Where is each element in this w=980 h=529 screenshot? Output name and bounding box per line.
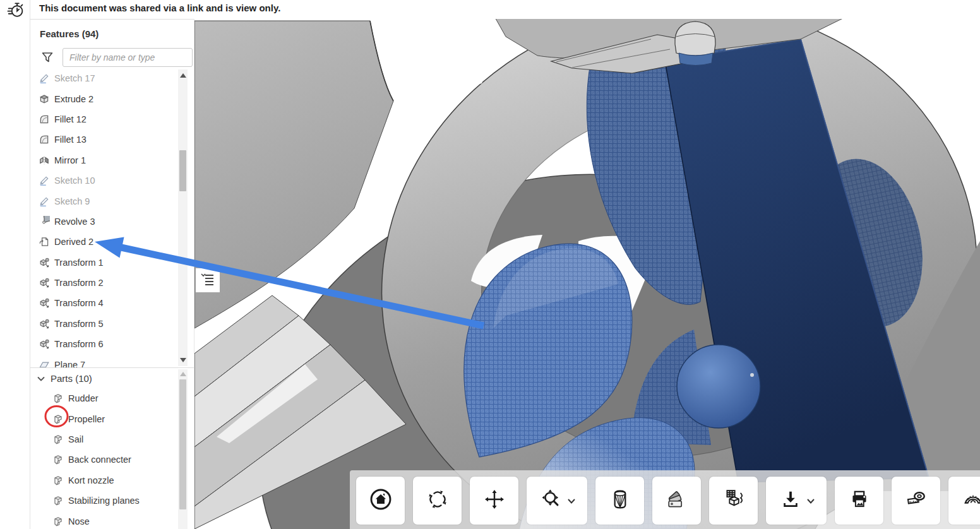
chevron-down-icon[interactable] <box>568 495 575 506</box>
parts-section-header[interactable]: Parts (10) <box>30 369 194 388</box>
named-views-icon <box>721 487 746 514</box>
feature-item-sketch-17[interactable]: Sketch 17 <box>30 68 194 88</box>
derived-icon <box>39 236 50 247</box>
appearance-icon <box>664 487 690 514</box>
3d-viewport[interactable] <box>194 16 980 529</box>
features-scrollbar[interactable] <box>178 69 188 366</box>
feature-item-transform-2[interactable]: Transform 2 <box>30 273 194 293</box>
protractor-icon <box>960 487 980 514</box>
toolbar-snapshot-button[interactable] <box>835 477 883 525</box>
scroll-down-icon[interactable] <box>180 358 186 362</box>
part-item-rudder[interactable]: Rudder <box>30 388 194 408</box>
transform-icon <box>39 338 50 350</box>
feature-item-transform-6[interactable]: Transform 6 <box>30 334 194 354</box>
rotate-icon <box>425 487 450 514</box>
feature-item-revolve-3[interactable]: Revolve 3 <box>30 211 194 232</box>
chevron-down-icon <box>37 374 45 383</box>
pan-icon <box>482 487 507 514</box>
feature-item-transform-5[interactable]: Transform 5 <box>30 314 194 334</box>
scroll-up-icon[interactable] <box>180 73 186 78</box>
transform-icon <box>39 277 50 288</box>
feature-item-plane-7[interactable]: Plane 7 <box>30 354 194 367</box>
fin-pod <box>675 21 715 56</box>
toolbar-tape-measure-button[interactable] <box>892 477 940 525</box>
snapshot-icon <box>847 487 872 514</box>
history-stopwatch-icon[interactable] <box>6 1 25 18</box>
part-item-nose[interactable]: Nose <box>30 511 194 529</box>
part-icon <box>52 475 64 486</box>
extrude-icon <box>39 93 50 105</box>
part-icon <box>52 434 64 445</box>
feature-item-fillet-13[interactable]: Fillet 13 <box>30 129 194 150</box>
part-item-back-connecter[interactable]: Back connecter <box>30 449 194 470</box>
feature-list-toggle-button[interactable] <box>196 268 220 292</box>
part-icon <box>52 516 64 527</box>
toolbar-rotate-button[interactable] <box>413 477 462 525</box>
fillet-icon <box>39 134 50 145</box>
feature-item-derived-2[interactable]: Derived 2 <box>30 232 194 252</box>
part-item-kort-nozzle[interactable]: Kort nozzle <box>30 470 194 490</box>
feature-item-sketch-9[interactable]: Sketch 9 <box>30 191 194 211</box>
parts-header-label: Parts (10) <box>51 373 92 384</box>
toolbar-named-views-button[interactable] <box>709 477 758 525</box>
propeller-hub <box>677 345 760 428</box>
features-scrollbar-thumb[interactable] <box>179 150 186 191</box>
tape-measure-icon <box>904 487 929 514</box>
zoom-icon <box>539 487 564 514</box>
part-icon <box>52 413 64 425</box>
part-icon <box>52 454 64 465</box>
list-icon <box>200 271 215 289</box>
mirror-icon <box>39 155 50 166</box>
feature-item-fillet-12[interactable]: Fillet 12 <box>30 109 194 129</box>
parts-list: RudderPropellerSailBack connecterKort no… <box>30 388 194 529</box>
parts-scrollbar-thumb[interactable] <box>179 379 186 509</box>
feature-item-mirror-1[interactable]: Mirror 1 <box>30 150 194 170</box>
feature-item-extrude-2[interactable]: Extrude 2 <box>30 88 194 109</box>
shaded-view-icon <box>607 487 633 514</box>
part-item-sail[interactable]: Sail <box>30 429 194 449</box>
chevron-down-icon[interactable] <box>807 495 815 506</box>
feature-item-sketch-10[interactable]: Sketch 10 <box>30 170 194 191</box>
revolve-icon <box>39 216 50 227</box>
parts-scrollbar[interactable] <box>178 369 188 529</box>
home-icon <box>368 487 393 514</box>
left-gutter-divider <box>30 0 30 529</box>
features-panel-title: Features (94) <box>40 28 99 39</box>
sketch-icon <box>39 175 50 186</box>
toolbar-protractor-button[interactable] <box>948 477 980 525</box>
feature-list: Sketch 17Extrude 2Fillet 12Fillet 13Mirr… <box>30 68 194 367</box>
transform-icon <box>39 297 50 309</box>
toolbar-pan-button[interactable] <box>470 477 518 525</box>
filter-input[interactable] <box>63 48 193 67</box>
plane-icon <box>39 359 50 367</box>
sketch-icon <box>39 73 50 84</box>
view-toolbar <box>350 470 980 529</box>
scroll-up-icon[interactable] <box>180 372 186 376</box>
part-item-propeller[interactable]: Propeller <box>30 408 194 429</box>
part-icon <box>52 393 64 404</box>
part-icon <box>52 495 64 506</box>
sketch-icon <box>39 196 50 207</box>
fillet-icon <box>39 114 50 125</box>
transform-icon <box>39 318 50 330</box>
view-only-banner: This document was shared via a link and … <box>0 0 980 19</box>
toolbar-zoom-button[interactable] <box>527 477 587 525</box>
filter-row <box>30 48 194 68</box>
feature-item-transform-1[interactable]: Transform 1 <box>30 253 194 273</box>
toolbar-appearance-button[interactable] <box>652 477 701 525</box>
toolbar-download-button[interactable] <box>766 477 827 525</box>
features-panel: Features (94) Sketch 17Extrude 2Fillet 1… <box>30 19 194 529</box>
toolbar-home-button[interactable] <box>356 477 405 525</box>
model-scene <box>194 16 980 529</box>
toolbar-shaded-view-button[interactable] <box>595 477 644 525</box>
part-item-stabilizing-planes[interactable]: Stabilizing planes <box>30 490 194 511</box>
banner-message: This document was shared via a link and … <box>39 3 280 13</box>
transform-icon <box>39 257 50 268</box>
feature-item-transform-4[interactable]: Transform 4 <box>30 293 194 313</box>
download-icon <box>778 487 803 514</box>
panel-divider <box>30 367 194 368</box>
filter-funnel-icon <box>41 51 54 64</box>
